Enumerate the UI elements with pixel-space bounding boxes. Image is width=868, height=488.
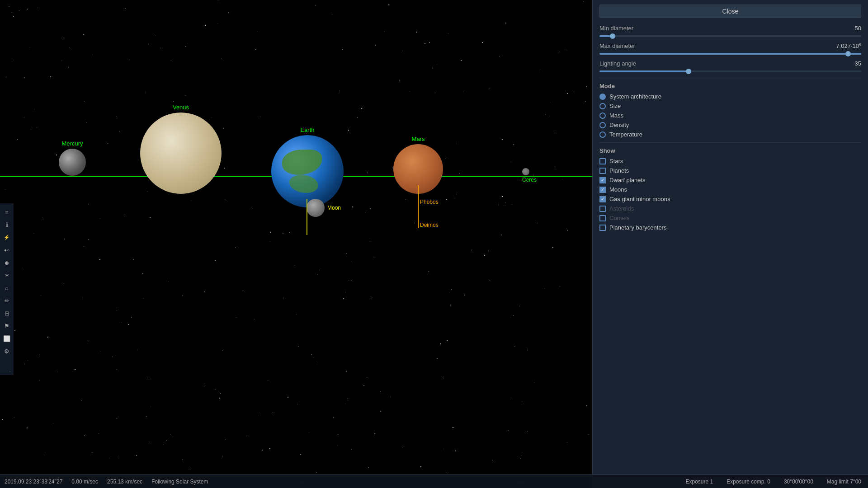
mode-label-density: Density	[609, 122, 629, 128]
show-dwarf-planets[interactable]: Dwarf planets	[599, 177, 861, 183]
show-gas-giant-minor-moons[interactable]: Gas giant minor moons	[599, 196, 861, 202]
divider-2	[599, 142, 861, 143]
mag-limit-text: Mag limit 7°00	[827, 479, 861, 485]
venus-container: Venus	[140, 104, 222, 194]
mars-container: Mars Phobos Deimos	[393, 136, 443, 194]
mode-radio-density	[599, 122, 606, 128]
deimos-connector	[418, 206, 419, 228]
checkbox-dwarf-planets	[599, 177, 606, 183]
show-label-comets: Comets	[609, 215, 630, 221]
venus-sphere[interactable]	[140, 113, 222, 194]
show-label-gas-giant-minor-moons: Gas giant minor moons	[609, 196, 670, 202]
ceres-label: Ceres	[522, 177, 537, 183]
show-label-moons: Moons	[609, 186, 627, 193]
show-asteroids[interactable]: Asteroids	[599, 205, 861, 212]
lighting-angle-value: 35	[855, 60, 861, 69]
divider-1	[599, 78, 861, 78]
lighting-angle-row: Lighting angle 35	[599, 60, 861, 72]
checkbox-comets	[599, 215, 606, 221]
checkbox-planets	[599, 168, 606, 174]
phobos-label: Phobos	[420, 199, 439, 205]
show-planets[interactable]: Planets	[599, 167, 861, 174]
mode-radio-mass	[599, 113, 606, 119]
info-icon[interactable]: ℹ	[2, 220, 12, 230]
mode-label-system: System architecture	[609, 93, 661, 100]
mode-section-title: Mode	[599, 83, 861, 89]
time-icon[interactable]: ⚡	[2, 232, 12, 242]
lighting-angle-slider[interactable]	[599, 70, 861, 72]
min-diameter-value: 50	[855, 25, 861, 33]
show-label-stars: Stars	[609, 158, 623, 164]
lighting-angle-label: Lighting angle	[599, 60, 636, 67]
venus-label: Venus	[140, 104, 222, 111]
mode-radio-system	[599, 94, 606, 100]
moon-label: Moon	[327, 205, 341, 211]
max-diameter-slider[interactable]	[599, 53, 861, 55]
checkbox-planetary-barycenters	[599, 225, 606, 231]
mode-label-size: Size	[609, 103, 621, 109]
datetime-text: 2019.09.23 23°33′24′′27	[5, 479, 62, 485]
mode-mass[interactable]: Mass	[599, 112, 861, 119]
show-section-title: Show	[599, 147, 861, 154]
settings-icon[interactable]: ⚙	[2, 346, 12, 356]
checkbox-moons	[599, 187, 606, 193]
max-diameter-row: Max diameter 7,027·10⁵	[599, 42, 861, 55]
stars-icon[interactable]: ✶	[2, 270, 12, 280]
mode-system-architecture[interactable]: System architecture	[599, 93, 861, 100]
flag-icon[interactable]: ⚑	[2, 321, 12, 331]
objects-icon[interactable]: ●○	[2, 245, 12, 255]
search-icon[interactable]: ⌕	[2, 283, 12, 293]
mode-radio-temperature	[599, 131, 606, 138]
grid-icon[interactable]: ⊞	[2, 308, 12, 318]
speed2-text: 255.13 km/sec	[107, 479, 142, 485]
show-label-planets: Planets	[609, 167, 629, 174]
mode-temperature[interactable]: Temperature	[599, 131, 861, 138]
people-icon[interactable]: ☻	[2, 258, 12, 267]
show-stars[interactable]: Stars	[599, 158, 861, 164]
earth-label: Earth	[271, 127, 344, 133]
ceres-container: Ceres	[522, 168, 537, 185]
screen-icon[interactable]: ⬜	[2, 333, 12, 343]
mode-density[interactable]: Density	[599, 122, 861, 128]
mercury-container: Mercury	[59, 140, 86, 176]
coordinates-text: 30°00′00′′00	[784, 479, 813, 485]
show-label-asteroids: Asteroids	[609, 205, 634, 212]
mercury-label: Mercury	[59, 140, 86, 147]
show-moons[interactable]: Moons	[599, 186, 861, 193]
earth-sphere[interactable]	[271, 135, 344, 207]
speed-text: 0.00 m/sec	[71, 479, 98, 485]
exposure-text: Exposure 1	[685, 479, 713, 485]
menu-icon[interactable]: ≡	[2, 207, 12, 217]
moon-connector	[307, 199, 307, 235]
show-label-dwarf-planets: Dwarf planets	[609, 177, 645, 183]
phobos-connector	[418, 185, 419, 206]
draw-icon[interactable]: ✏	[2, 296, 12, 305]
bottom-bar: 2019.09.23 23°33′24′′27 0.00 m/sec 255.1…	[0, 474, 592, 488]
min-diameter-label: Min diameter	[599, 25, 633, 32]
show-planetary-barycenters[interactable]: Planetary barycenters	[599, 224, 861, 231]
main-viewport[interactable]: Mercury Venus Earth Moon Mars Phobos	[0, 0, 592, 488]
mercury-sphere[interactable]	[59, 149, 86, 176]
moon-sphere[interactable]	[307, 199, 325, 217]
min-diameter-slider[interactable]	[599, 35, 861, 37]
following-text: Following Solar System	[151, 479, 208, 485]
max-diameter-value: 7,027·10⁵	[836, 42, 861, 51]
show-comets[interactable]: Comets	[599, 215, 861, 221]
max-diameter-label: Max diameter	[599, 42, 635, 49]
mode-label-mass: Mass	[609, 112, 623, 119]
min-diameter-row: Min diameter 50	[599, 25, 861, 37]
deimos-label: Deimos	[420, 222, 439, 228]
left-toolbar: ≡ ℹ ⚡ ●○ ☻ ✶ ⌕ ✏ ⊞ ⚑ ⬜ ⚙	[0, 203, 14, 375]
mode-radio-size	[599, 103, 606, 109]
right-panel: Close Min diameter 50 Max diameter 7,027…	[592, 0, 868, 488]
checkbox-gas-giant-minor-moons	[599, 196, 606, 202]
checkbox-asteroids	[599, 206, 606, 212]
earth-container: Earth Moon	[271, 127, 344, 207]
ceres-sphere[interactable]	[522, 168, 529, 175]
close-button[interactable]: Close	[599, 5, 861, 18]
mars-label: Mars	[393, 136, 443, 142]
right-bottom-bar: Exposure 1 Exposure comp. 0 30°00′00′′00…	[592, 474, 868, 488]
show-label-planetary-barycenters: Planetary barycenters	[609, 224, 666, 231]
mode-size[interactable]: Size	[599, 103, 861, 109]
mode-label-temperature: Temperature	[609, 131, 642, 138]
